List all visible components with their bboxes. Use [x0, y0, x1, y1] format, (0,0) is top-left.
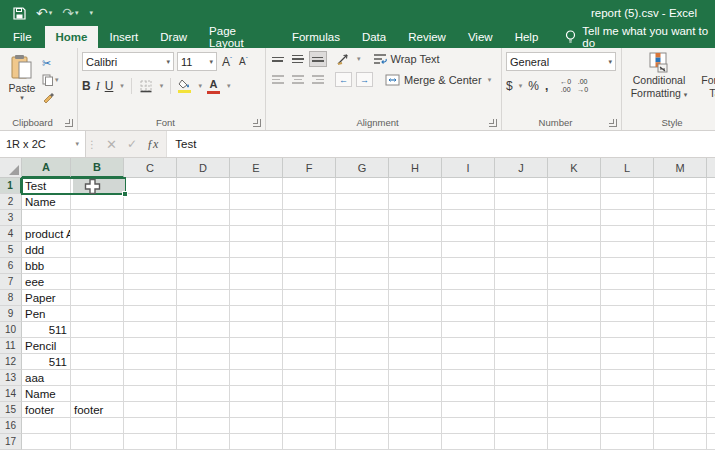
cell-H6[interactable]	[389, 258, 442, 274]
clipboard-dialog-launcher[interactable]	[65, 119, 73, 127]
font-family-select[interactable]: Calibri▾	[82, 52, 174, 71]
cell-M14[interactable]	[654, 386, 707, 402]
customize-qat-button[interactable]: ▾	[86, 2, 97, 24]
cell-H12[interactable]	[389, 354, 442, 370]
cell-A11[interactable]: Pencil	[22, 338, 71, 354]
alignment-dialog-launcher[interactable]	[489, 119, 497, 127]
cell-L16[interactable]	[601, 418, 654, 434]
cell-B6[interactable]	[71, 258, 124, 274]
cell-H14[interactable]	[389, 386, 442, 402]
currency-button[interactable]: $	[506, 79, 513, 93]
cell-E13[interactable]	[230, 370, 283, 386]
cell-L8[interactable]	[601, 290, 654, 306]
tab-file[interactable]: File	[0, 26, 45, 48]
cell-B10[interactable]	[71, 322, 124, 338]
cell-G14[interactable]	[336, 386, 389, 402]
cell-J17[interactable]	[495, 434, 548, 450]
column-header-M[interactable]: M	[654, 158, 707, 178]
align-top-button[interactable]	[270, 52, 286, 66]
cell-D13[interactable]	[177, 370, 230, 386]
cell-E14[interactable]	[230, 386, 283, 402]
row-header-5[interactable]: 5	[0, 242, 22, 258]
cell-F14[interactable]	[283, 386, 336, 402]
formula-bar-splitter[interactable]: ⋮	[86, 131, 98, 157]
row-header-6[interactable]: 6	[0, 258, 22, 274]
save-icon[interactable]	[10, 2, 29, 24]
cell-M5[interactable]	[654, 242, 707, 258]
cell-H8[interactable]	[389, 290, 442, 306]
cell-D2[interactable]	[177, 194, 230, 210]
cell-B7[interactable]	[71, 274, 124, 290]
cell-G11[interactable]	[336, 338, 389, 354]
cell-F1[interactable]	[283, 178, 336, 194]
tab-draw[interactable]: Draw	[149, 26, 198, 48]
cell-F3[interactable]	[283, 210, 336, 226]
cell-E17[interactable]	[230, 434, 283, 450]
cell-K4[interactable]	[548, 226, 601, 242]
cut-button[interactable]: ✂	[42, 56, 59, 70]
cell-I8[interactable]	[442, 290, 495, 306]
cell-D16[interactable]	[177, 418, 230, 434]
cell-M15[interactable]	[654, 402, 707, 418]
cell-G7[interactable]	[336, 274, 389, 290]
cell-D5[interactable]	[177, 242, 230, 258]
cell-E8[interactable]	[230, 290, 283, 306]
cell-E15[interactable]	[230, 402, 283, 418]
cell-K2[interactable]	[548, 194, 601, 210]
cell-K9[interactable]	[548, 306, 601, 322]
cell-C15[interactable]	[124, 402, 177, 418]
select-all-corner[interactable]	[0, 158, 22, 178]
cell-G12[interactable]	[336, 354, 389, 370]
cell-E4[interactable]	[230, 226, 283, 242]
orientation-button[interactable]	[336, 52, 351, 66]
column-header-E[interactable]: E	[230, 158, 283, 178]
cell-I16[interactable]	[442, 418, 495, 434]
tab-insert[interactable]: Insert	[98, 26, 149, 48]
cell-D10[interactable]	[177, 322, 230, 338]
row-header-1[interactable]: 1	[0, 178, 22, 194]
row-header-3[interactable]: 3	[0, 210, 22, 226]
cell-L14[interactable]	[601, 386, 654, 402]
cell-M12[interactable]	[654, 354, 707, 370]
cell-G1[interactable]	[336, 178, 389, 194]
cell-I7[interactable]	[442, 274, 495, 290]
font-size-select[interactable]: 11▾	[177, 52, 217, 71]
cell-C6[interactable]	[124, 258, 177, 274]
cell-I13[interactable]	[442, 370, 495, 386]
cell-J2[interactable]	[495, 194, 548, 210]
row-header-17[interactable]: 17	[0, 434, 22, 450]
column-header-C[interactable]: C	[124, 158, 177, 178]
fill-color-caret-icon[interactable]: ▾	[198, 82, 202, 90]
cell-H7[interactable]	[389, 274, 442, 290]
insert-function-icon[interactable]: ƒx	[147, 137, 158, 152]
cell-M8[interactable]	[654, 290, 707, 306]
cell-F16[interactable]	[283, 418, 336, 434]
cell-L15[interactable]	[601, 402, 654, 418]
cell-I1[interactable]	[442, 178, 495, 194]
cell-B2[interactable]	[71, 194, 124, 210]
cell-L12[interactable]	[601, 354, 654, 370]
bold-button[interactable]: B	[82, 79, 91, 93]
cell-A13[interactable]: aaa	[22, 370, 71, 386]
cell-F10[interactable]	[283, 322, 336, 338]
italic-button[interactable]: I	[96, 79, 100, 94]
cell-C14[interactable]	[124, 386, 177, 402]
cell-L4[interactable]	[601, 226, 654, 242]
cell-I4[interactable]	[442, 226, 495, 242]
merge-center-button[interactable]: Merge & Center ▾	[385, 74, 491, 86]
align-middle-button[interactable]	[290, 52, 306, 66]
cell-I2[interactable]	[442, 194, 495, 210]
cell-L2[interactable]	[601, 194, 654, 210]
cell-I17[interactable]	[442, 434, 495, 450]
cell-K8[interactable]	[548, 290, 601, 306]
cell-F13[interactable]	[283, 370, 336, 386]
increase-font-button[interactable]: Aˆ	[220, 55, 234, 69]
wrap-text-button[interactable]: Wrap Text	[373, 53, 440, 65]
formula-input[interactable]: Test	[167, 131, 715, 157]
currency-caret-icon[interactable]: ▾	[519, 82, 523, 90]
cell-C13[interactable]	[124, 370, 177, 386]
cell-A8[interactable]: Paper	[22, 290, 71, 306]
cell-I6[interactable]	[442, 258, 495, 274]
row-header-2[interactable]: 2	[0, 194, 22, 210]
cell-H11[interactable]	[389, 338, 442, 354]
